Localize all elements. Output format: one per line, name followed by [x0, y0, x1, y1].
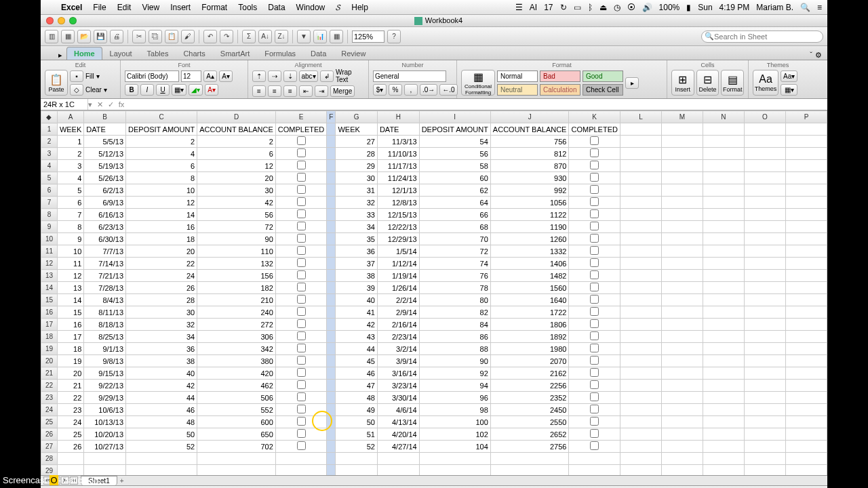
notifications-icon[interactable]: ≡	[817, 3, 822, 12]
cell[interactable]	[785, 197, 827, 209]
cell[interactable]: 60	[419, 172, 490, 184]
cell[interactable]	[785, 148, 827, 160]
cell[interactable]: 4/27/14	[377, 441, 419, 453]
cell[interactable]	[785, 343, 827, 355]
completed-checkbox[interactable]	[590, 246, 599, 255]
cell[interactable]: 12/8/13	[377, 197, 419, 209]
cell[interactable]: 38	[126, 355, 197, 367]
cell[interactable]	[569, 221, 620, 233]
cell[interactable]	[57, 453, 83, 465]
indent-inc-button[interactable]: ⇥	[315, 85, 328, 97]
col-header-P[interactable]: P	[785, 111, 827, 123]
cell[interactable]: 26	[57, 441, 83, 453]
cell[interactable]	[744, 343, 785, 355]
delete-button[interactable]: ⊟Delete	[696, 70, 719, 96]
col-header-E[interactable]: E	[275, 111, 326, 123]
cell[interactable]: 1260	[490, 233, 569, 245]
cell[interactable]: 5/26/13	[84, 172, 126, 184]
cell[interactable]: 24	[126, 270, 197, 282]
cell[interactable]: DEPOSIT AMOUNT	[126, 123, 197, 136]
cell[interactable]: 10/20/13	[84, 428, 126, 441]
menu-edit[interactable]: Edit	[112, 3, 137, 12]
cell[interactable]: 10/27/13	[84, 441, 126, 453]
paste-button[interactable]: 📋	[165, 30, 178, 43]
cell[interactable]	[336, 465, 378, 476]
sort-desc-button[interactable]: Z↓	[275, 30, 288, 43]
cell[interactable]	[569, 184, 620, 197]
cell[interactable]	[569, 392, 620, 404]
cell[interactable]	[620, 465, 661, 476]
align-top-button[interactable]: ⇡	[252, 70, 266, 82]
cell[interactable]	[569, 270, 620, 282]
cell[interactable]	[661, 465, 703, 476]
col-header-J[interactable]: J	[490, 111, 569, 123]
cell[interactable]: 1/5/14	[377, 245, 419, 258]
cell[interactable]	[569, 172, 620, 184]
cell[interactable]: 21	[57, 380, 83, 392]
cell[interactable]: 1482	[490, 270, 569, 282]
cell[interactable]	[661, 270, 703, 282]
cell[interactable]	[785, 306, 827, 319]
cell[interactable]: ACCOUNT BALANCE	[197, 123, 276, 136]
cell[interactable]: 12/1/13	[377, 184, 419, 197]
wrap-button[interactable]: ↲	[320, 70, 334, 82]
cell[interactable]: 1/19/14	[377, 270, 419, 282]
cell[interactable]	[661, 233, 703, 245]
cell[interactable]: 4/13/14	[377, 416, 419, 428]
cell[interactable]: 70	[419, 233, 490, 245]
cell[interactable]: 31	[336, 184, 378, 197]
tab-tables[interactable]: Tables	[140, 47, 176, 60]
format-button[interactable]: ▤Format	[721, 70, 744, 96]
cell[interactable]: 42	[126, 380, 197, 392]
cell[interactable]	[661, 380, 703, 392]
cell[interactable]: 10	[57, 245, 83, 258]
grow-font-button[interactable]: A▴	[203, 70, 217, 82]
cell[interactable]	[620, 306, 661, 319]
cell[interactable]: 28	[336, 148, 378, 160]
cut-button[interactable]: ✂	[132, 30, 146, 43]
cell[interactable]: 8/18/13	[84, 319, 126, 331]
cell[interactable]: 78	[419, 282, 490, 294]
cell[interactable]	[703, 306, 744, 319]
completed-checkbox[interactable]	[590, 417, 599, 426]
cell[interactable]: 380	[197, 355, 276, 367]
cell[interactable]: 1406	[490, 258, 569, 270]
completed-checkbox[interactable]	[297, 161, 306, 169]
cell[interactable]	[703, 319, 744, 331]
style-calculation[interactable]: Calculation	[540, 84, 580, 96]
cell[interactable]	[703, 392, 744, 404]
cell[interactable]: 2	[126, 136, 197, 148]
col-header-I[interactable]: I	[419, 111, 490, 123]
col-header-M[interactable]: M	[661, 111, 703, 123]
completed-checkbox[interactable]	[297, 246, 306, 255]
cell[interactable]: 6/16/13	[84, 209, 126, 221]
cell[interactable]: 92	[419, 367, 490, 380]
cell[interactable]	[620, 258, 661, 270]
row-header[interactable]: 16	[41, 306, 58, 319]
col-header-F[interactable]: F	[327, 111, 336, 123]
cell[interactable]: 2162	[490, 367, 569, 380]
completed-checkbox[interactable]	[590, 441, 599, 450]
cell[interactable]	[785, 245, 827, 258]
cell[interactable]: 6/2/13	[84, 184, 126, 197]
cell[interactable]	[661, 245, 703, 258]
cell[interactable]	[703, 197, 744, 209]
cancel-icon[interactable]: ✕	[95, 100, 104, 109]
cell[interactable]	[327, 441, 336, 453]
tab-smartart[interactable]: SmartArt	[213, 47, 257, 60]
percent-button[interactable]: %	[389, 84, 402, 96]
cell[interactable]: 27	[336, 136, 378, 148]
cell[interactable]	[327, 453, 336, 465]
cell[interactable]: 54	[419, 136, 490, 148]
cell[interactable]	[569, 428, 620, 441]
completed-checkbox[interactable]	[297, 368, 306, 377]
align-center-button[interactable]: ≡	[268, 85, 281, 97]
cell[interactable]: 2	[197, 136, 276, 148]
cell[interactable]: 3	[57, 160, 83, 172]
insert-button[interactable]: ⊞Insert	[671, 70, 694, 96]
cell[interactable]: 30	[197, 184, 276, 197]
cell[interactable]	[785, 355, 827, 367]
cell[interactable]: 15	[57, 306, 83, 319]
cell[interactable]: 2070	[490, 355, 569, 367]
cell[interactable]	[620, 404, 661, 416]
